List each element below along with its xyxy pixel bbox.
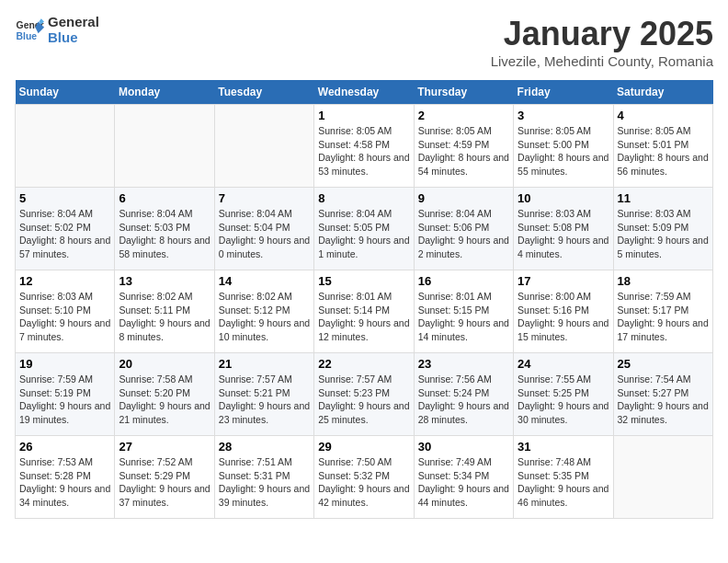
day-info: Sunrise: 8:02 AM Sunset: 5:11 PM Dayligh… [119,290,210,344]
day-info: Sunrise: 7:48 AM Sunset: 5:35 PM Dayligh… [518,455,609,510]
day-number: 25 [618,357,709,371]
day-info: Sunrise: 8:04 AM Sunset: 5:06 PM Dayligh… [418,207,509,261]
weekday-monday: Monday [115,80,214,105]
weekday-friday: Friday [514,80,613,105]
calendar-cell: 14Sunrise: 8:02 AM Sunset: 5:12 PM Dayli… [214,270,313,353]
calendar-cell: 19Sunrise: 7:59 AM Sunset: 5:19 PM Dayli… [16,353,115,436]
weekday-thursday: Thursday [414,80,513,105]
week-row-4: 19Sunrise: 7:59 AM Sunset: 5:19 PM Dayli… [16,353,713,436]
weekday-saturday: Saturday [613,80,712,105]
calendar-cell: 22Sunrise: 7:57 AM Sunset: 5:23 PM Dayli… [314,353,414,436]
day-number: 5 [19,191,110,205]
calendar-cell [16,105,115,188]
calendar-cell: 30Sunrise: 7:49 AM Sunset: 5:34 PM Dayli… [414,436,513,519]
calendar-cell: 15Sunrise: 8:01 AM Sunset: 5:14 PM Dayli… [314,270,414,353]
day-info: Sunrise: 8:05 AM Sunset: 5:01 PM Dayligh… [618,124,709,178]
logo-icon: General Blue [15,16,44,45]
day-info: Sunrise: 7:59 AM Sunset: 5:17 PM Dayligh… [618,290,709,344]
logo-general: General [48,15,99,30]
calendar-cell: 6Sunrise: 8:04 AM Sunset: 5:03 PM Daylig… [115,188,214,270]
calendar-cell: 23Sunrise: 7:56 AM Sunset: 5:24 PM Dayli… [414,353,513,436]
day-number: 31 [518,440,609,454]
calendar-cell: 16Sunrise: 8:01 AM Sunset: 5:15 PM Dayli… [414,270,513,353]
page-header: General Blue General Blue January 2025 L… [15,15,713,69]
calendar-cell: 13Sunrise: 8:02 AM Sunset: 5:11 PM Dayli… [115,270,214,353]
weekday-sunday: Sunday [16,80,115,105]
calendar-body: 1Sunrise: 8:05 AM Sunset: 4:58 PM Daylig… [16,105,713,519]
day-info: Sunrise: 8:04 AM Sunset: 5:03 PM Dayligh… [119,207,210,261]
calendar-cell: 10Sunrise: 8:03 AM Sunset: 5:08 PM Dayli… [514,188,613,270]
calendar-cell [214,105,313,188]
calendar-table: SundayMondayTuesdayWednesdayThursdayFrid… [15,80,713,519]
day-info: Sunrise: 8:03 AM Sunset: 5:10 PM Dayligh… [19,290,110,344]
calendar-cell [115,105,214,188]
calendar-cell: 11Sunrise: 8:03 AM Sunset: 5:09 PM Dayli… [613,188,712,270]
day-number: 13 [119,274,210,288]
calendar-subtitle: Livezile, Mehedinti County, Romania [491,53,713,69]
weekday-wednesday: Wednesday [314,80,414,105]
day-info: Sunrise: 7:52 AM Sunset: 5:29 PM Dayligh… [119,455,210,510]
day-number: 27 [119,440,210,454]
day-info: Sunrise: 7:57 AM Sunset: 5:21 PM Dayligh… [219,373,310,427]
day-info: Sunrise: 8:01 AM Sunset: 5:15 PM Dayligh… [418,290,509,344]
calendar-cell [613,436,712,519]
day-info: Sunrise: 8:03 AM Sunset: 5:09 PM Dayligh… [618,207,709,261]
logo: General Blue General Blue [15,15,99,45]
day-number: 14 [219,274,310,288]
calendar-cell: 31Sunrise: 7:48 AM Sunset: 5:35 PM Dayli… [514,436,613,519]
day-info: Sunrise: 7:59 AM Sunset: 5:19 PM Dayligh… [19,373,110,427]
calendar-cell: 25Sunrise: 7:54 AM Sunset: 5:27 PM Dayli… [613,353,712,436]
day-number: 17 [518,274,609,288]
day-info: Sunrise: 7:54 AM Sunset: 5:27 PM Dayligh… [618,373,709,427]
day-number: 2 [418,109,509,122]
day-info: Sunrise: 7:56 AM Sunset: 5:24 PM Dayligh… [418,373,509,427]
calendar-cell: 3Sunrise: 8:05 AM Sunset: 5:00 PM Daylig… [514,105,613,188]
calendar-cell: 21Sunrise: 7:57 AM Sunset: 5:21 PM Dayli… [214,353,313,436]
day-info: Sunrise: 7:53 AM Sunset: 5:28 PM Dayligh… [19,455,110,510]
weekday-header-row: SundayMondayTuesdayWednesdayThursdayFrid… [16,80,713,105]
day-number: 21 [219,357,310,371]
day-number: 6 [119,191,210,205]
day-info: Sunrise: 7:50 AM Sunset: 5:32 PM Dayligh… [318,455,409,510]
calendar-cell: 4Sunrise: 8:05 AM Sunset: 5:01 PM Daylig… [613,105,712,188]
day-number: 3 [518,109,609,122]
day-number: 16 [418,274,509,288]
day-info: Sunrise: 8:04 AM Sunset: 5:04 PM Dayligh… [219,207,310,261]
day-number: 29 [318,440,409,454]
day-info: Sunrise: 8:05 AM Sunset: 5:00 PM Dayligh… [518,124,609,178]
day-number: 23 [418,357,509,371]
day-info: Sunrise: 7:57 AM Sunset: 5:23 PM Dayligh… [318,373,409,427]
calendar-cell: 5Sunrise: 8:04 AM Sunset: 5:02 PM Daylig… [16,188,115,270]
day-info: Sunrise: 8:04 AM Sunset: 5:02 PM Dayligh… [19,207,110,261]
calendar-cell: 27Sunrise: 7:52 AM Sunset: 5:29 PM Dayli… [115,436,214,519]
day-info: Sunrise: 8:05 AM Sunset: 4:59 PM Dayligh… [418,124,509,178]
day-info: Sunrise: 7:55 AM Sunset: 5:25 PM Dayligh… [518,373,609,427]
calendar-cell: 20Sunrise: 7:58 AM Sunset: 5:20 PM Dayli… [115,353,214,436]
week-row-2: 5Sunrise: 8:04 AM Sunset: 5:02 PM Daylig… [16,188,713,270]
day-number: 15 [318,274,409,288]
calendar-cell: 7Sunrise: 8:04 AM Sunset: 5:04 PM Daylig… [214,188,313,270]
calendar-cell: 18Sunrise: 7:59 AM Sunset: 5:17 PM Dayli… [613,270,712,353]
day-info: Sunrise: 8:05 AM Sunset: 4:58 PM Dayligh… [318,124,409,178]
day-number: 24 [518,357,609,371]
day-info: Sunrise: 8:01 AM Sunset: 5:14 PM Dayligh… [318,290,409,344]
calendar-cell: 28Sunrise: 7:51 AM Sunset: 5:31 PM Dayli… [214,436,313,519]
calendar-cell: 29Sunrise: 7:50 AM Sunset: 5:32 PM Dayli… [314,436,414,519]
day-info: Sunrise: 7:49 AM Sunset: 5:34 PM Dayligh… [418,455,509,510]
day-number: 19 [19,357,110,371]
day-info: Sunrise: 8:02 AM Sunset: 5:12 PM Dayligh… [219,290,310,344]
day-number: 10 [518,191,609,205]
logo-blue: Blue [48,30,99,46]
calendar-cell: 2Sunrise: 8:05 AM Sunset: 4:59 PM Daylig… [414,105,513,188]
day-info: Sunrise: 8:04 AM Sunset: 5:05 PM Dayligh… [318,207,409,261]
day-number: 28 [219,440,310,454]
calendar-cell: 8Sunrise: 8:04 AM Sunset: 5:05 PM Daylig… [314,188,414,270]
day-info: Sunrise: 8:03 AM Sunset: 5:08 PM Dayligh… [518,207,609,261]
day-number: 7 [219,191,310,205]
day-number: 26 [19,440,110,454]
day-info: Sunrise: 7:51 AM Sunset: 5:31 PM Dayligh… [219,455,310,510]
week-row-3: 12Sunrise: 8:03 AM Sunset: 5:10 PM Dayli… [16,270,713,353]
week-row-5: 26Sunrise: 7:53 AM Sunset: 5:28 PM Dayli… [16,436,713,519]
calendar-cell: 9Sunrise: 8:04 AM Sunset: 5:06 PM Daylig… [414,188,513,270]
day-info: Sunrise: 8:00 AM Sunset: 5:16 PM Dayligh… [518,290,609,344]
